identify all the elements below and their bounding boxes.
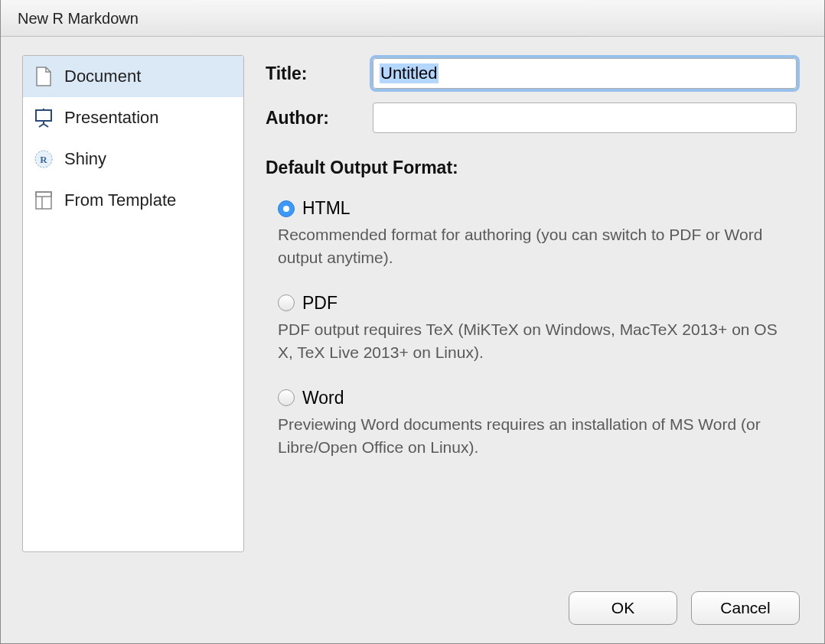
shiny-icon: R <box>34 149 54 169</box>
sidebar-item-label: Presentation <box>64 108 159 128</box>
radio-button-word[interactable] <box>278 389 295 406</box>
ok-button[interactable]: OK <box>569 591 677 625</box>
dialog-content: Document Presentation <box>1 37 824 560</box>
radio-desc-html: Recommended format for authoring (you ca… <box>278 223 797 270</box>
dialog-titlebar: New R Markdown <box>1 0 824 37</box>
svg-rect-0 <box>36 110 51 121</box>
dialog-footer: OK Cancel <box>569 591 800 625</box>
title-label: Title: <box>266 63 373 84</box>
sidebar-item-label: Document <box>64 67 141 86</box>
sidebar-item-label: Shiny <box>64 149 106 169</box>
radio-label-pdf: PDF <box>302 293 338 314</box>
template-icon <box>34 190 54 210</box>
radio-option-html: HTML Recommended format for authoring (y… <box>266 198 797 270</box>
svg-rect-7 <box>36 192 51 209</box>
author-input[interactable] <box>373 102 797 133</box>
radio-row-pdf[interactable]: PDF <box>278 293 797 314</box>
svg-line-2 <box>39 124 44 127</box>
radio-option-word: Word Previewing Word documents requires … <box>266 388 797 460</box>
radio-row-word[interactable]: Word <box>278 388 797 408</box>
radio-button-pdf[interactable] <box>278 294 295 311</box>
dialog-title: New R Markdown <box>18 10 139 27</box>
radio-label-word: Word <box>302 388 344 408</box>
presentation-icon <box>34 108 54 128</box>
sidebar-item-document[interactable]: Document <box>23 56 243 97</box>
radio-button-html[interactable] <box>278 200 295 217</box>
author-label: Author: <box>266 108 373 128</box>
cancel-button[interactable]: Cancel <box>691 591 800 625</box>
main-panel: Title: Untitled Author: Default Output F… <box>266 55 803 552</box>
title-input[interactable]: Untitled <box>373 58 797 89</box>
radio-option-pdf: PDF PDF output requires TeX (MiKTeX on W… <box>266 293 797 365</box>
sidebar-item-from-template[interactable]: From Template <box>23 180 243 221</box>
sidebar-item-presentation[interactable]: Presentation <box>23 97 243 138</box>
sidebar-item-shiny[interactable]: R Shiny <box>23 138 243 180</box>
radio-desc-pdf: PDF output requires TeX (MiKTeX on Windo… <box>278 318 797 365</box>
svg-line-3 <box>44 124 48 127</box>
format-heading: Default Output Format: <box>266 158 797 178</box>
radio-label-html: HTML <box>302 198 351 219</box>
title-row: Title: Untitled <box>266 58 797 89</box>
new-rmarkdown-dialog: New R Markdown Document <box>0 0 825 644</box>
title-input-value: Untitled <box>380 63 439 83</box>
svg-text:R: R <box>40 154 47 165</box>
document-icon <box>34 67 54 86</box>
author-row: Author: <box>266 102 797 133</box>
radio-desc-word: Previewing Word documents requires an in… <box>278 413 797 460</box>
sidebar: Document Presentation <box>22 55 244 552</box>
radio-row-html[interactable]: HTML <box>278 198 797 219</box>
sidebar-item-label: From Template <box>64 190 176 210</box>
